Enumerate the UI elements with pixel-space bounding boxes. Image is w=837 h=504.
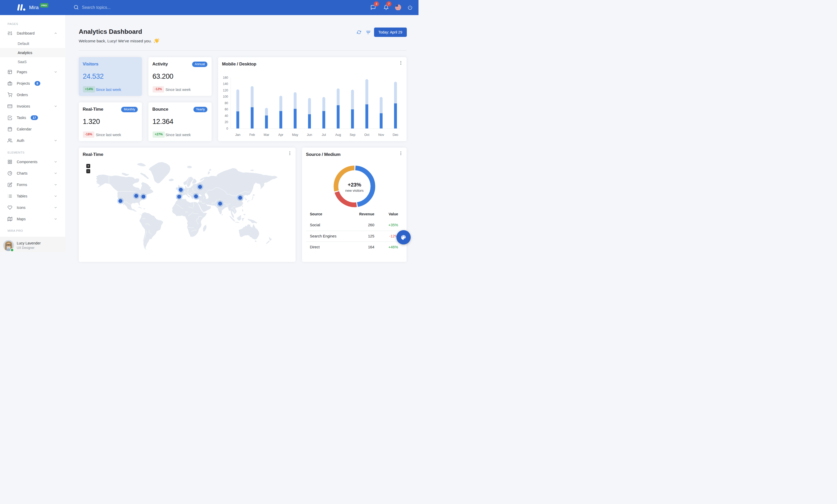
svg-text:100: 100 (223, 95, 228, 98)
svg-text:Nov: Nov (378, 133, 384, 136)
svg-text:Sep: Sep (350, 133, 355, 136)
svg-text:Mar: Mar (264, 133, 269, 136)
svg-text:20: 20 (225, 120, 228, 124)
svg-text:140: 140 (223, 82, 228, 86)
svg-text:0: 0 (227, 127, 228, 130)
svg-text:Jul: Jul (322, 133, 326, 136)
svg-text:Feb: Feb (249, 133, 255, 136)
svg-text:60: 60 (225, 108, 228, 111)
svg-text:Oct: Oct (364, 133, 369, 136)
svg-text:80: 80 (225, 101, 228, 105)
svg-text:120: 120 (223, 88, 228, 92)
svg-text:Aug: Aug (335, 133, 341, 136)
svg-text:Jun: Jun (307, 133, 312, 136)
svg-text:Dec: Dec (392, 133, 398, 136)
svg-text:Apr: Apr (279, 133, 283, 136)
svg-text:Jan: Jan (235, 133, 241, 136)
svg-text:160: 160 (223, 76, 228, 79)
svg-text:40: 40 (225, 114, 228, 117)
svg-text:May: May (292, 133, 298, 136)
